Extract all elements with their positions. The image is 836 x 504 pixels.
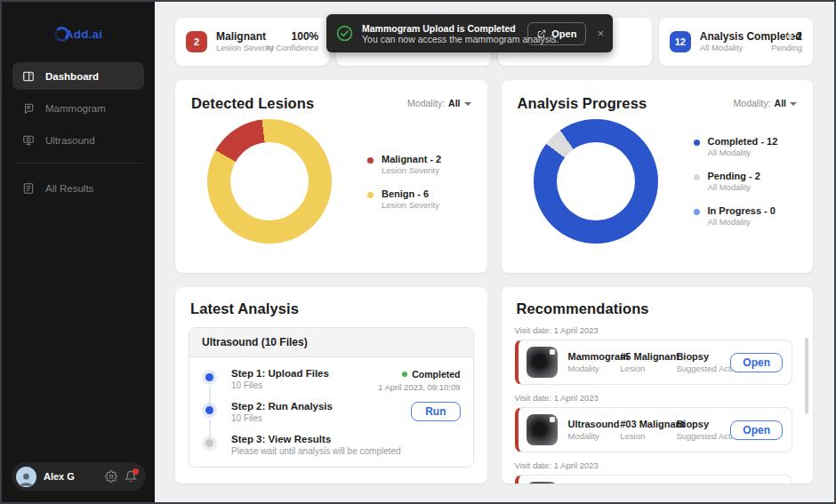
rec-modality-sub: Modality <box>568 364 610 373</box>
recommendation-row: Mammogram Modality #5 Malignant Lesion B… <box>515 340 793 385</box>
stat-value-label: Pending <box>771 43 802 53</box>
analysis-group-title: Ultrasound (10 Files) <box>189 328 473 357</box>
sidebar-item-label: Ultrasound <box>45 135 95 146</box>
recommendation-row: Ultrasound Modality #03 Malignant Lesion… <box>515 475 793 484</box>
panel-title: Detected Lesions <box>191 95 314 112</box>
ultrasound-icon <box>22 134 35 147</box>
modality-label: Modality: <box>734 98 771 108</box>
visit-date: Visit date: 1 April 2023 <box>515 393 800 403</box>
analysis-progress-donut <box>534 119 658 244</box>
sidebar-item-label: Dashboard <box>45 71 99 82</box>
legend-dot <box>694 174 700 180</box>
rec-lesion: #03 Malignant <box>620 419 665 429</box>
legend-dot <box>694 209 700 215</box>
detected-lesions-legend: Malignant - 2 Lesion Severity Benign - 6… <box>367 154 441 210</box>
legend-dot <box>694 140 700 146</box>
step-upload-files: Step 1: Upload Files 10 Files Completed … <box>202 368 461 392</box>
analysis-group-card: Ultrasound (10 Files) Step 1: Upload Fil… <box>189 327 474 468</box>
avatar <box>16 467 36 487</box>
sidebar-nav: Dashboard Mammogram Ultrasound All Resul… <box>2 62 155 202</box>
panel-title: Recommendations <box>517 300 802 317</box>
legend-dot <box>367 157 374 164</box>
rec-action: Biopsy <box>676 419 719 429</box>
legend-label: Malignant - 2 <box>382 154 441 164</box>
stat-subtitle: All Modality <box>700 43 772 53</box>
user-name: Alex G <box>44 471 98 482</box>
sidebar: Add.ai Dashboard Mammogram Ultrasound Al… <box>2 2 155 502</box>
stat-value-label: AI Confidence <box>266 43 319 53</box>
panel-title: Analysis Progress <box>518 95 647 112</box>
open-button[interactable]: Open <box>730 420 783 440</box>
rec-modality: Mammogram <box>568 351 610 362</box>
legend-item-benign: Benign - 6 Lesion Severity <box>367 188 441 210</box>
legend-label: In Progress - 0 <box>708 205 776 216</box>
visit-date: Visit date: 1 April 2023 <box>515 325 800 335</box>
gear-icon[interactable] <box>105 470 117 483</box>
legend-dot <box>367 192 374 198</box>
visit-date: Visit date: 1 April 2023 <box>515 460 800 470</box>
rec-action: Biopsy <box>676 351 719 362</box>
legend-item-in-progress: In Progress - 0 All Modality <box>694 205 778 227</box>
rec-lesion-sub: Lesion <box>620 431 665 441</box>
sidebar-item-dashboard[interactable]: Dashboard <box>12 62 144 90</box>
step-dot-icon <box>202 403 217 418</box>
legend-label: Pending - 2 <box>708 171 760 181</box>
recommendation-row: Ultrasound Modality #03 Malignant Lesion… <box>515 407 793 452</box>
mammogram-icon <box>22 102 35 115</box>
chart-panels-row: Detected Lesions Modality: All Malignant… <box>175 80 813 273</box>
logo-text: Add.ai <box>65 28 102 41</box>
sidebar-item-all-results[interactable]: All Results <box>12 174 144 202</box>
stat-badge: 12 <box>670 31 691 52</box>
legend-label: Completed - 12 <box>708 136 778 147</box>
chevron-down-icon <box>464 102 471 106</box>
stat-badge: 2 <box>186 31 207 52</box>
toast-open-button[interactable]: Open <box>527 22 586 45</box>
chevron-down-icon <box>790 102 797 106</box>
rec-modality-sub: Modality <box>568 431 610 441</box>
sidebar-item-ultrasound[interactable]: Ultrasound <box>12 126 144 154</box>
scan-thumbnail <box>527 482 558 484</box>
close-icon[interactable]: × <box>597 27 604 40</box>
scrollbar[interactable] <box>805 338 808 414</box>
modality-dropdown[interactable]: Modality: All <box>407 98 470 108</box>
rec-lesion: #5 Malignant <box>620 351 665 362</box>
sidebar-item-mammogram[interactable]: Mammogram <box>12 94 144 122</box>
modality-dropdown[interactable]: Modality: All <box>734 98 797 108</box>
step-dot-icon <box>202 370 217 385</box>
step-run-analysis: Step 2: Run Analysis 10 Files Run <box>202 401 461 425</box>
sidebar-item-label: All Results <box>45 183 93 194</box>
rec-lesion-sub: Lesion <box>620 364 665 373</box>
app-window: Add.ai Dashboard Mammogram Ultrasound Al… <box>0 0 836 504</box>
dashboard-icon <box>22 70 35 83</box>
legend-label: Benign - 6 <box>382 188 439 199</box>
scan-thumbnail <box>527 414 558 445</box>
external-link-icon <box>537 29 546 38</box>
legend-sub: All Modality <box>708 182 760 192</box>
user-pill[interactable]: Alex G <box>12 462 146 491</box>
sidebar-item-label: Mammogram <box>45 103 106 114</box>
stat-value: 2 <box>796 30 802 43</box>
run-button[interactable]: Run <box>411 402 460 421</box>
rec-action-sub: Suggested Action <box>676 431 719 441</box>
detected-lesions-donut <box>207 119 332 244</box>
analysis-progress-panel: Analysis Progress Modality: All Complete… <box>502 80 814 273</box>
success-check-icon <box>336 25 353 42</box>
recommendations-panel: Recommendations Visit date: 1 April 2023… <box>502 287 814 484</box>
legend-item-pending: Pending - 2 All Modality <box>694 171 778 192</box>
sidebar-divider <box>14 163 142 164</box>
modality-value: All <box>448 98 460 108</box>
toast-title: Mammogram Upload is Completed <box>362 23 518 34</box>
notification-dot <box>133 468 139 475</box>
modality-value: All <box>775 98 786 108</box>
rec-action-sub: Suggested Action <box>676 364 719 373</box>
toast-message: You can now access the mammogram analysi… <box>362 34 518 44</box>
step-dot-icon <box>202 436 217 451</box>
detected-lesions-panel: Detected Lesions Modality: All Malignant… <box>175 80 487 273</box>
stat-subtitle: Lesion Severity <box>216 43 265 53</box>
open-button[interactable]: Open <box>730 353 783 372</box>
scan-thumbnail <box>527 347 558 378</box>
legend-sub: Lesion Severity <box>382 200 439 210</box>
lower-panels-row: Latest Analysis Ultrasound (10 Files) St… <box>175 287 813 484</box>
bell-icon[interactable] <box>125 470 137 483</box>
pending-dot <box>787 34 792 39</box>
